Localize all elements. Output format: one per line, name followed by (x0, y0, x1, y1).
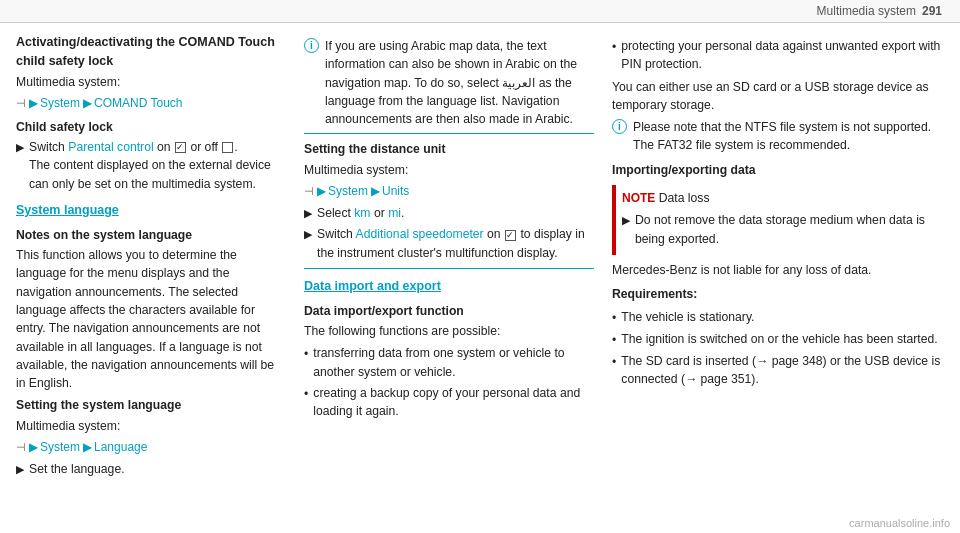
nav-arrow-2b: ▶ (83, 439, 91, 456)
req-dot-3: • (612, 353, 616, 389)
arrow-marker-4: ▶ (304, 226, 312, 243)
notes-text: This function allows you to determine th… (16, 246, 286, 392)
nav-system-2: System (40, 438, 80, 456)
col-left: Activating/deactivating the COMAND Touch… (16, 33, 286, 520)
ntfs-info-text: Please note that the NTFS file system is… (633, 118, 944, 155)
data-function-heading: Data import/export function (304, 302, 594, 320)
nav-path-2: ⊣ ▶ System ▶ Language (16, 438, 286, 456)
switch-speedometer-text: Switch Additional speedometer on to disp… (317, 225, 594, 262)
bullet-dot-1: • (304, 345, 308, 381)
child-safety-text: Switch Parental control on or off .The c… (29, 138, 286, 193)
req-text-2: The ignition is switched on or the vehic… (621, 330, 937, 349)
checkbox-speedometer (505, 230, 516, 241)
select-km-mi-bullet: ▶ Select km or mi. (304, 204, 594, 222)
distance-unit-sub: Multimedia system: (304, 161, 594, 179)
requirements-heading: Requirements: (612, 285, 944, 303)
data-bullet-2: • creating a backup copy of your persona… (304, 384, 594, 421)
data-bullet-1: • transferring data from one system or v… (304, 344, 594, 381)
child-safety-heading: Child safety lock (16, 118, 286, 136)
section1-sub: Multimedia system: (16, 73, 286, 91)
nav-path-1: ⊣ ▶ System ▶ COMAND Touch (16, 94, 286, 112)
nav-arrow-1b: ▶ (83, 95, 91, 112)
nav-item-1: COMAND Touch (94, 94, 182, 112)
arabic-info-text: If you are using Arabic map data, the te… (325, 37, 594, 128)
header-bar: Multimedia system 291 (0, 0, 960, 23)
data-import-heading: Data import and export (304, 277, 594, 296)
watermark: carmanualsoline.info (849, 517, 950, 529)
nav-arrow-1: ▶ (29, 95, 37, 112)
bullet-dot-2: • (304, 385, 308, 421)
divider-1 (304, 133, 594, 134)
req-text-1: The vehicle is stationary. (621, 308, 754, 327)
data-bullet-2-text: creating a backup copy of your personal … (313, 384, 594, 421)
req-bullet-3: • The SD card is inserted (→ page 348) o… (612, 352, 944, 389)
nav-item-2: Language (94, 438, 147, 456)
col-mid: i If you are using Arabic map data, the … (304, 33, 594, 520)
parental-control-link: Parental control (68, 140, 153, 154)
note-label: NOTE (622, 191, 659, 205)
page-number: 291 (922, 4, 942, 18)
req-dot-1: • (612, 309, 616, 327)
setting-lang-sub: Multimedia system: (16, 417, 286, 435)
right-bullet-1-text: protecting your personal data against un… (621, 37, 944, 74)
additional-speedometer-link: Additional speedometer (356, 227, 484, 241)
data-function-intro: The following functions are possible: (304, 322, 594, 340)
arrow-marker-2: ▶ (16, 461, 24, 478)
system-language-heading: System language (16, 201, 286, 220)
nav-arrow-3: ▶ (317, 183, 325, 200)
km-link: km (354, 206, 370, 220)
nav-system-3: System (328, 182, 368, 200)
nav-arrow-3b: ▶ (371, 183, 379, 200)
nav-arrow-2: ▶ (29, 439, 37, 456)
nav-item-3: Units (382, 182, 409, 200)
set-lang-bullet: ▶ Set the language. (16, 460, 286, 478)
note-bullet-text: Do not remove the data storage medium wh… (635, 211, 938, 248)
nav-icon-2: ⊣ (16, 439, 26, 456)
content-area: Activating/deactivating the COMAND Touch… (0, 23, 960, 528)
col-right: • protecting your personal data against … (612, 33, 944, 520)
data-bullet-1-text: transferring data from one system or veh… (313, 344, 594, 381)
child-safety-bullet: ▶ Switch Parental control on or off .The… (16, 138, 286, 193)
ntfs-info-box: i Please note that the NTFS file system … (612, 118, 944, 155)
info-icon-1: i (304, 38, 319, 53)
checkbox-off (222, 142, 233, 153)
activating-heading: Activating/deactivating the COMAND Touch… (16, 33, 286, 71)
distance-unit-heading: Setting the distance unit (304, 140, 594, 158)
right-para-1: You can either use an SD card or a USB s… (612, 78, 944, 115)
notes-heading: Notes on the system language (16, 226, 286, 244)
arabic-info-box: i If you are using Arabic map data, the … (304, 37, 594, 128)
switch-speedometer-bullet: ▶ Switch Additional speedometer on to di… (304, 225, 594, 262)
mi-link: mi (388, 206, 401, 220)
nav-icon-3: ⊣ (304, 183, 314, 200)
arrow-marker-1: ▶ (16, 139, 24, 156)
nav-system-1: System (40, 94, 80, 112)
arrow-marker-3: ▶ (304, 205, 312, 222)
right-bullet-1: • protecting your personal data against … (612, 37, 944, 74)
select-km-mi-text: Select km or mi. (317, 204, 404, 222)
req-text-3: The SD card is inserted (→ page 348) or … (621, 352, 944, 389)
nav-path-3: ⊣ ▶ System ▶ Units (304, 182, 594, 200)
req-bullet-2: • The ignition is switched on or the veh… (612, 330, 944, 349)
nav-icon-1: ⊣ (16, 95, 26, 112)
setting-lang-heading: Setting the system language (16, 396, 286, 414)
note-box: NOTE Data loss ▶ Do not remove the data … (612, 185, 944, 255)
note-bullet: ▶ Do not remove the data storage medium … (622, 211, 938, 248)
importing-heading: Importing/exporting data (612, 161, 944, 179)
info-icon-2: i (612, 119, 627, 134)
divider-2 (304, 268, 594, 269)
header-title: Multimedia system (817, 4, 916, 18)
note-arrow: ▶ (622, 212, 630, 229)
checkbox-on (175, 142, 186, 153)
req-dot-2: • (612, 331, 616, 349)
note-title: Data loss (659, 191, 710, 205)
req-bullet-1: • The vehicle is stationary. (612, 308, 944, 327)
right-bullet-dot-1: • (612, 38, 616, 74)
note-para: Mercedes-Benz is not liable for any loss… (612, 261, 944, 279)
set-lang-text: Set the language. (29, 460, 125, 478)
